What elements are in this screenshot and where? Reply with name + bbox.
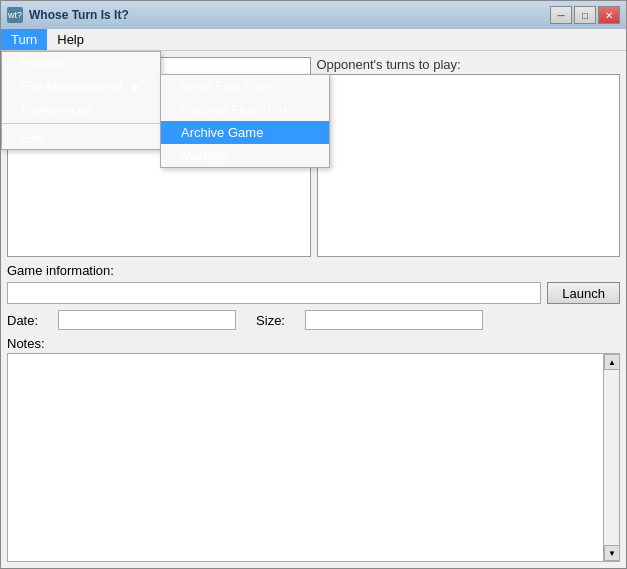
game-info-section: Game information: Launch [7, 263, 620, 304]
menu-item-turn[interactable]: Turn Refresh File Management Send First … [1, 29, 47, 50]
game-info-input[interactable] [7, 282, 541, 304]
game-info-label: Game information: [7, 263, 620, 278]
menu-send-first-turn[interactable]: Send First Turn [161, 75, 329, 98]
size-input[interactable] [305, 310, 483, 330]
menu-bar: Turn Refresh File Management Send First … [1, 29, 626, 51]
menu-archive-game[interactable]: Archive Game [161, 121, 329, 144]
menu-receive-first-turn[interactable]: Receive First Turn [161, 98, 329, 121]
notes-textarea[interactable] [8, 354, 603, 561]
file-management-submenu: Send First Turn Receive First Turn Archi… [160, 74, 330, 168]
opponent-label: Opponent's turns to play: [317, 57, 621, 72]
close-button[interactable]: ✕ [598, 6, 620, 24]
scroll-down-arrow[interactable]: ▼ [604, 545, 620, 561]
notes-container: ▲ ▼ [7, 353, 620, 562]
menu-file-management[interactable]: File Management Send First Turn Receive … [2, 75, 160, 98]
main-window: wt? Whose Turn Is It? ─ □ ✕ Turn Refresh… [0, 0, 627, 569]
date-input[interactable] [58, 310, 236, 330]
title-bar: wt? Whose Turn Is It? ─ □ ✕ [1, 1, 626, 29]
date-size-row: Date: Size: [7, 310, 620, 330]
menu-exit[interactable]: Exit [2, 126, 160, 149]
menu-separator [2, 123, 160, 124]
app-icon: wt? [7, 7, 23, 23]
date-label: Date: [7, 313, 38, 328]
scroll-up-arrow[interactable]: ▲ [604, 354, 620, 370]
notes-label: Notes: [7, 336, 620, 351]
notes-scrollbar[interactable]: ▲ ▼ [603, 354, 619, 561]
scroll-track [604, 370, 619, 545]
window-controls: ─ □ ✕ [550, 6, 620, 24]
notes-section: Notes: ▲ ▼ [7, 336, 620, 562]
menu-preferences[interactable]: Preferences [2, 98, 160, 121]
minimize-button[interactable]: ─ [550, 6, 572, 24]
opponent-turns-column: Opponent's turns to play: [317, 57, 621, 257]
launch-button[interactable]: Launch [547, 282, 620, 304]
turn-dropdown: Refresh File Management Send First Turn … [1, 51, 161, 150]
size-label: Size: [256, 313, 285, 328]
opponent-turns-panel [317, 74, 621, 257]
menu-item-help[interactable]: Help [47, 29, 94, 50]
window-title: Whose Turn Is It? [29, 8, 550, 22]
maximize-button[interactable]: □ [574, 6, 596, 24]
menu-manage[interactable]: Manage... [161, 144, 329, 167]
menu-refresh[interactable]: Refresh [2, 52, 160, 75]
game-info-row: Launch [7, 282, 620, 304]
